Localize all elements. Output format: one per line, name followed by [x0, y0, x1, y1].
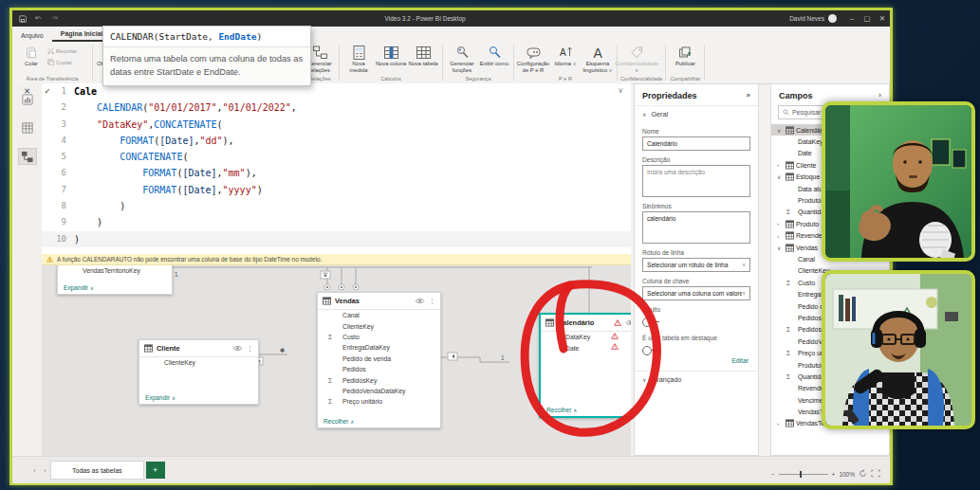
esquema-linguístico-button[interactable]: AEsquema linguístico ∨: [582, 43, 614, 73]
more-options-icon[interactable]: ⋮: [429, 298, 435, 305]
redo-icon[interactable]: [48, 13, 61, 24]
gerenciar-funções-button[interactable]: Gerenciar funções: [446, 43, 478, 73]
code-line-4[interactable]: 4 FORMAT([Date],"dd"),: [42, 133, 631, 149]
edit-link[interactable]: Editar: [731, 357, 749, 364]
fit-to-screen-icon[interactable]: [871, 469, 880, 479]
page-tab[interactable]: Todas as tabelas: [50, 461, 144, 480]
code-line-5[interactable]: 5 CONCATENATE(: [42, 149, 631, 165]
data-view-icon[interactable]: [19, 120, 36, 136]
zoom-out-icon[interactable]: −: [771, 471, 775, 478]
sigma-icon: Σ: [328, 377, 332, 384]
close-button[interactable]: ✕: [875, 14, 890, 23]
zoom-slider[interactable]: [779, 474, 828, 475]
code-line-9[interactable]: 9 ): [42, 214, 631, 230]
table-field[interactable]: EntregaDataKey: [318, 342, 440, 353]
table-field[interactable]: DataKey: [541, 332, 631, 342]
dax-editor[interactable]: 1Cale2 CALENDAR("01/01/2017","01/01/2022…: [42, 83, 631, 255]
description-input[interactable]: Insira uma descrição: [642, 165, 750, 197]
model-canvas[interactable]: 1 1 ✱ ✱ 1 VendasTerritorioKey Expandir ∨…: [42, 265, 631, 456]
ribbon-tab-arquivo[interactable]: Arquivo: [12, 30, 52, 42]
fields-title: Campos: [779, 91, 813, 100]
table-field[interactable]: ΣCusto: [318, 332, 440, 342]
table-field[interactable]: PedidoVendaDataKey: [318, 386, 440, 396]
table-field[interactable]: VendasTerritorioKey: [58, 265, 172, 276]
collapse-panel-icon[interactable]: »: [747, 91, 750, 100]
collapse-link[interactable]: Recolher ∧: [546, 407, 577, 413]
featured-toggle[interactable]: [642, 346, 661, 354]
confidencialidade-button[interactable]: Confidencialidade ∨: [620, 43, 653, 73]
minimize-button[interactable]: –: [844, 14, 860, 23]
collapse-link[interactable]: Recolher ∧: [324, 418, 354, 425]
copy-button[interactable]: Copiar: [47, 58, 77, 67]
model-table-cliente[interactable]: Cliente ⋮ClienteKeyExpandir ∨: [139, 339, 259, 405]
maximize-button[interactable]: ▢: [860, 14, 875, 23]
more-options-icon[interactable]: ⋮: [247, 345, 253, 353]
table-field[interactable]: Pedidos: [318, 364, 440, 374]
table-field[interactable]: Canal: [318, 310, 440, 320]
prev-page-icon[interactable]: ‹: [29, 467, 40, 474]
zoom-in-icon[interactable]: +: [832, 471, 836, 478]
configuração-de-p-e-r-button[interactable]: Configuração de P e R: [517, 43, 549, 73]
table-field[interactable]: Pedido de venda: [318, 354, 440, 364]
avatar[interactable]: [828, 14, 837, 23]
code-line-3[interactable]: 3 "DataKey",CONCATENATE(: [42, 117, 631, 133]
account-name[interactable]: David Neves: [789, 15, 824, 22]
ribbon-group-compartilhar: PublicarCompartilhar: [666, 42, 704, 83]
code-line-6[interactable]: 6 FORMAT([Date],"mm"),: [42, 165, 631, 181]
nova-coluna-button[interactable]: Nova coluna: [375, 43, 407, 67]
eye-icon[interactable]: [232, 345, 243, 352]
model-table-calendario[interactable]: Calendário ⋮DataKeyDateRecolher ∧: [539, 313, 631, 418]
exibir-como-button[interactable]: Exibir como: [478, 43, 510, 67]
code-line-8[interactable]: 8 ): [42, 198, 631, 214]
model-table-vendas[interactable]: Vendas ⋮CanalClienteKeyΣCustoEntregaData…: [317, 292, 441, 428]
new-column-icon: [383, 45, 399, 61]
cut-button[interactable]: Recortar: [47, 46, 77, 56]
next-page-icon[interactable]: ›: [40, 467, 50, 474]
nova-tabela-button[interactable]: Nova tabela: [407, 43, 439, 67]
hidden-toggle[interactable]: [642, 318, 661, 326]
table-field[interactable]: ClienteKey: [318, 320, 440, 331]
table-header[interactable]: Calendário ⋮: [541, 315, 631, 332]
chevron-right-icon[interactable]: ›: [777, 221, 786, 227]
chevron-down-icon[interactable]: ∨: [777, 127, 786, 134]
publicar-button[interactable]: Publicar: [669, 43, 701, 67]
table-field[interactable]: ΣPreço unitário: [318, 396, 440, 407]
table-field[interactable]: ClienteKey: [139, 357, 258, 368]
chevron-down-icon[interactable]: ∨: [777, 245, 786, 251]
model-view-icon[interactable]: [19, 149, 36, 164]
eye-icon[interactable]: [415, 298, 425, 304]
save-icon[interactable]: [16, 13, 28, 24]
add-page-button[interactable]: +: [146, 462, 165, 479]
eye-icon[interactable]: [625, 319, 631, 326]
section-general[interactable]: ∧Geral: [635, 105, 758, 122]
idioma-button[interactable]: AIdioma ∨: [549, 43, 582, 67]
code-line-10[interactable]: 10): [42, 231, 631, 247]
formula-cancel-commit[interactable]: ✕ ✓: [24, 86, 57, 96]
undo-icon[interactable]: [32, 13, 45, 24]
code-line-7[interactable]: 7 FORMAT([Date],"yyyy"): [42, 182, 631, 198]
chevron-right-icon[interactable]: ›: [777, 421, 786, 426]
paste-button[interactable]: Colar: [15, 43, 47, 67]
name-input[interactable]: Calendário: [642, 136, 750, 151]
collapse-panel-icon[interactable]: ›: [878, 91, 881, 100]
chevron-right-icon[interactable]: ›: [777, 162, 786, 168]
table-header[interactable]: Vendas ⋮: [318, 293, 440, 310]
table-field[interactable]: Date: [541, 342, 631, 353]
fit-reset-icon[interactable]: [859, 469, 867, 479]
expand-link[interactable]: Expandir ∨: [145, 394, 176, 401]
chevron-right-icon[interactable]: ›: [777, 233, 786, 239]
zoom-level[interactable]: 100%: [839, 471, 855, 478]
formula-expand-icon[interactable]: ∨: [618, 86, 623, 95]
code-line-2[interactable]: 2 CALENDAR("01/01/2017","01/01/2022",: [42, 100, 631, 116]
nova-medida-button[interactable]: Nova medida: [342, 43, 375, 73]
row-label-dropdown[interactable]: Selecionar um rótulo de linha∨: [642, 258, 750, 272]
table-field[interactable]: ΣPedidosKey: [318, 374, 440, 385]
expand-link[interactable]: Expandir ∨: [64, 284, 94, 291]
key-column-dropdown[interactable]: Selecionar uma coluna com valores exclus…: [642, 286, 750, 300]
synonyms-input[interactable]: calendário: [642, 211, 750, 244]
table-header[interactable]: Cliente ⋮: [139, 340, 258, 357]
properties-title: Propriedades: [642, 91, 697, 100]
model-table-partial[interactable]: VendasTerritorioKey Expandir ∨: [57, 265, 173, 295]
section-advanced[interactable]: ∨Avançado: [635, 371, 758, 388]
chevron-down-icon[interactable]: ∨: [777, 173, 786, 180]
